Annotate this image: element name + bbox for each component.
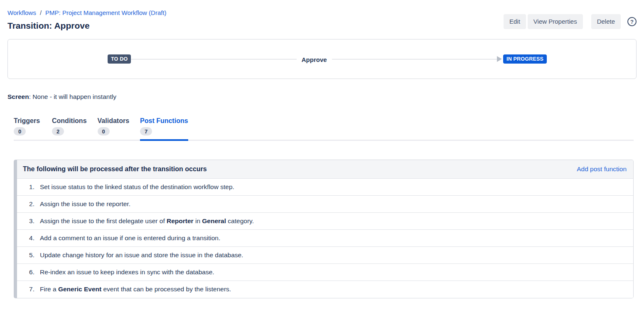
screen-info-value: : None - it will happen instantly: [29, 93, 116, 100]
view-properties-button[interactable]: View Properties: [528, 14, 583, 29]
tab-label: Post Functions: [140, 117, 188, 125]
toolbar: Edit View Properties Delete ?: [504, 14, 637, 29]
screen-info-label: Screen: [7, 93, 29, 100]
workflow-diagram: TO DO Approve IN PROGRESS: [7, 39, 637, 79]
breadcrumb-workflow-name-link[interactable]: PMP: Project Management Workflow (Draft): [45, 9, 166, 16]
tab-validators[interactable]: Validators0: [98, 117, 129, 141]
tabs-container: Triggers0Conditions2Validators0Post Func…: [14, 117, 634, 141]
tab-label: Conditions: [52, 117, 87, 125]
edit-button[interactable]: Edit: [504, 14, 526, 29]
post-function-description: Assign the issue to the reporter.: [40, 200, 130, 208]
page-title: Transition: Approve: [7, 21, 167, 31]
post-function-description: Fire a Generic Event event that can be p…: [40, 286, 231, 293]
header-left: Workflows / PMP: Project Management Work…: [7, 9, 167, 31]
panel-title: The following will be processed after th…: [23, 165, 207, 173]
post-function-description: Update change history for an issue and s…: [40, 251, 243, 259]
breadcrumb: Workflows / PMP: Project Management Work…: [7, 9, 167, 16]
post-function-row: 2.Assign the issue to the reporter.: [17, 196, 633, 213]
tab-label: Validators: [98, 117, 129, 125]
tabs: Triggers0Conditions2Validators0Post Func…: [14, 117, 634, 140]
tab-count-badge: 0: [98, 127, 110, 135]
post-function-row: 7.Fire a Generic Event event that can be…: [17, 281, 633, 298]
tab-label: Triggers: [14, 117, 40, 125]
page: Workflows / PMP: Project Management Work…: [0, 0, 644, 298]
tab-count-badge: 2: [52, 127, 64, 135]
delete-button[interactable]: Delete: [591, 14, 621, 29]
post-functions-panel-header: The following will be processed after th…: [17, 160, 633, 179]
post-function-row: 3.Assign the issue to the first delegate…: [17, 213, 633, 230]
add-post-function-link[interactable]: Add post function: [577, 165, 627, 173]
post-function-description: Re-index an issue to keep indexes in syn…: [40, 268, 214, 276]
transition-arrow-icon: [497, 56, 502, 62]
post-function-number: 3.: [23, 217, 34, 225]
post-function-row: 6.Re-index an issue to keep indexes in s…: [17, 264, 633, 281]
tab-triggers[interactable]: Triggers0: [14, 117, 41, 141]
post-function-number: 4.: [23, 234, 34, 242]
help-icon[interactable]: ?: [627, 17, 637, 26]
post-functions-list: 1.Set issue status to the linked status …: [17, 179, 633, 298]
tab-post-functions[interactable]: Post Functions7: [140, 117, 188, 141]
post-function-number: 5.: [23, 251, 34, 259]
tab-count-badge: 0: [14, 127, 26, 135]
breadcrumb-separator: /: [40, 9, 42, 16]
post-function-number: 6.: [23, 268, 34, 276]
post-function-number: 1.: [23, 183, 34, 191]
post-function-description: Add a comment to an issue if one is ente…: [40, 234, 220, 242]
status-lozenge-in-progress[interactable]: IN PROGRESS: [503, 54, 547, 64]
post-function-description: Set issue status to the linked status of…: [40, 183, 234, 191]
tab-count-badge: 7: [140, 127, 152, 135]
post-function-row: 5.Update change history for an issue and…: [17, 247, 633, 264]
status-lozenge-todo[interactable]: TO DO: [108, 54, 131, 64]
breadcrumb-workflows-link[interactable]: Workflows: [7, 9, 36, 16]
transition-label: Approve: [297, 56, 332, 63]
transition-line: Approve: [131, 59, 497, 59]
post-function-description: Assign the issue to the first delegate u…: [40, 217, 254, 225]
screen-info: Screen: None - it will happen instantly: [7, 93, 637, 101]
page-header: Workflows / PMP: Project Management Work…: [7, 0, 637, 31]
post-function-number: 7.: [23, 286, 34, 293]
post-function-row: 4.Add a comment to an issue if one is en…: [17, 230, 633, 247]
tab-conditions[interactable]: Conditions2: [52, 117, 87, 141]
post-functions-panel: The following will be processed after th…: [14, 160, 634, 298]
post-function-number: 2.: [23, 200, 34, 208]
post-function-row: 1.Set issue status to the linked status …: [17, 179, 633, 196]
